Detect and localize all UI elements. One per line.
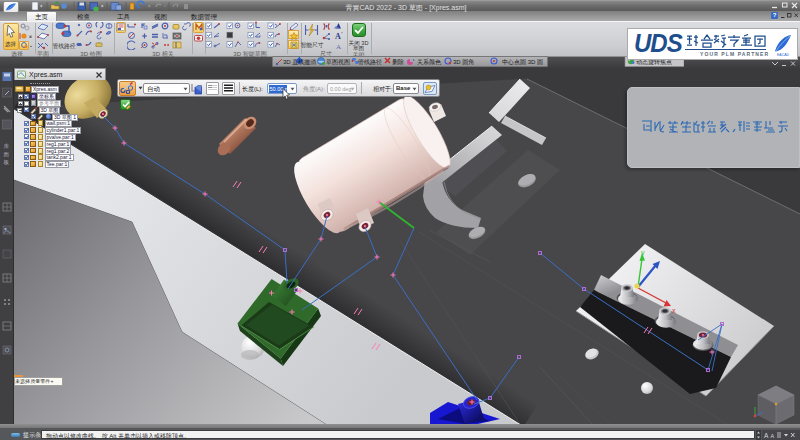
svg-text:x: x — [672, 307, 676, 314]
svg-text:面: 面 — [4, 151, 10, 158]
svg-text:板: 板 — [3, 159, 10, 165]
svg-text:库: 库 — [4, 143, 10, 149]
svg-text:*: * — [341, 31, 343, 36]
svg-text:y: y — [641, 249, 645, 257]
svg-text:A: A — [764, 431, 769, 438]
svg-text:EACAD: EACAD — [777, 53, 790, 57]
svg-text:A: A — [770, 432, 774, 438]
svg-text:A: A — [336, 43, 341, 50]
